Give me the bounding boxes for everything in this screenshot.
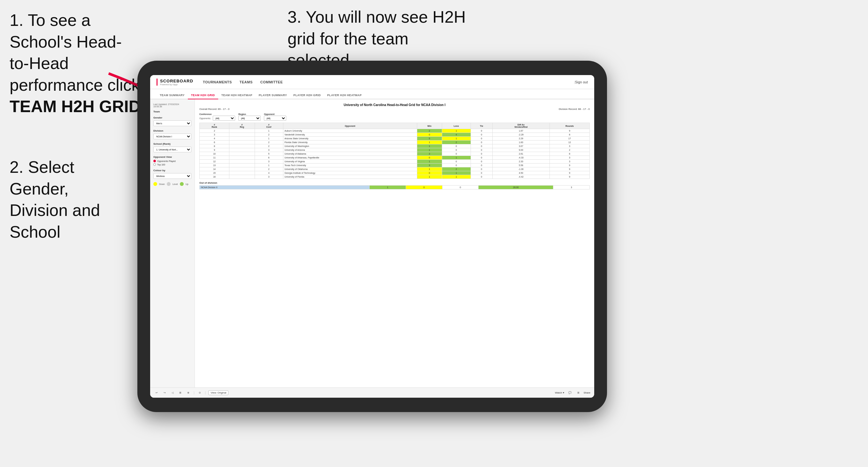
col-opponent: Opponent	[283, 123, 417, 129]
nav-teams[interactable]: TEAMS	[240, 79, 253, 85]
radio-top100[interactable]: Top 100	[153, 163, 191, 166]
table-row: 3 2 Vanderbilt University 0 4 0 -2.29 8	[200, 133, 590, 137]
division-label: Division	[153, 129, 191, 132]
grid-title: University of North Carolina Head-to-Hea…	[199, 103, 590, 107]
main-content: Last Updated: 27/03/2024 16:55:38 Team G…	[150, 99, 594, 387]
nav-items: TOURNAMENTS TEAMS COMMITTEE	[203, 79, 574, 85]
division-dropdown[interactable]: NCAA Division I NCAA Division II	[153, 133, 191, 139]
ood-tie: 0	[442, 186, 478, 189]
table-row: 12 3 University of Virginia 1 0 0 2.33 3	[200, 160, 590, 163]
tab-team-h2h-heatmap[interactable]: TEAM H2H HEATMAP	[218, 92, 255, 99]
col-rank: #Rank	[200, 123, 229, 129]
ood-rounds: 3	[553, 186, 590, 189]
bottom-toolbar: ↩ ↪ ◁ ⊞ ⊕ | ⊙ | View: Original Watch ▾ 💬…	[150, 387, 594, 398]
gender-section: Gender Men's Women's	[153, 116, 191, 126]
gender-dropdown[interactable]: Men's Women's	[153, 120, 191, 126]
toolbar-sep2: |	[205, 391, 206, 395]
annotation-step1-bold: TEAM H2H GRID	[9, 97, 141, 116]
tab-team-summary[interactable]: TEAM SUMMARY	[157, 92, 188, 99]
toolbar-clock[interactable]: ⊙	[197, 391, 203, 395]
data-table: #Rank #Reg #Conf Opponent Win Loss Tie D…	[199, 123, 590, 179]
filter-opponents-select[interactable]: (All)	[213, 116, 235, 121]
col-win: Win	[417, 123, 442, 129]
gender-label: Gender	[153, 116, 191, 119]
out-of-division-label: Out of division	[199, 181, 590, 184]
toolbar-add[interactable]: ⊕	[186, 391, 191, 395]
annotation-step1-line1: 1. To see a School's Head-	[9, 11, 122, 51]
radio-dot-opponents	[153, 160, 156, 162]
table-row: 9 3 University of Arizona 1 0 0 9.00 2	[200, 148, 590, 152]
col-loss: Loss	[442, 123, 471, 129]
filter-conference-group: Conference Opponents: (All)	[199, 113, 235, 121]
toolbar-watch-button[interactable]: Watch ▾	[555, 391, 564, 394]
col-rounds: Rounds	[550, 123, 589, 129]
opponent-view-section: Opponent View Opponents Played Top 100	[153, 156, 191, 166]
toolbar-grid[interactable]: ⊞	[576, 391, 581, 395]
annotation-step1: 1. To see a School's Head- to-Head perfo…	[9, 9, 150, 118]
tab-player-h2h-grid[interactable]: PLAYER H2H GRID	[290, 92, 324, 99]
filter-opponent-select[interactable]: (All)	[264, 116, 286, 121]
out-of-division-row: NCAA Division II 1 0 0 26.00 3	[200, 186, 590, 189]
col-diff: Diff AvStrokes/Rnd	[492, 123, 550, 129]
timestamp: Last Updated: 27/03/2024 16:55:38	[153, 103, 191, 107]
toolbar-copy[interactable]: ⊞	[178, 391, 183, 395]
grid-panel: University of North Carolina Head-to-Hea…	[195, 99, 594, 387]
annotation-step2-line2: Division and	[9, 201, 100, 219]
filter-region-select[interactable]: (All)	[238, 116, 261, 121]
down-colour	[153, 182, 157, 186]
table-row: 2 1 Auburn University 2 1 0 1.67 9	[200, 129, 590, 133]
ood-win: 1	[370, 186, 406, 189]
annotation-step2-line3: School	[9, 223, 60, 241]
toolbar-back[interactable]: ◁	[170, 391, 175, 395]
tab-player-h2h-heatmap[interactable]: PLAYER H2H HEATMAP	[324, 92, 365, 99]
annotation-step1-line2: to-Head performance click	[9, 54, 140, 94]
team-label: Team	[153, 110, 191, 113]
table-row: 6 2 Florida State University 1 2 0 1.83 …	[200, 141, 590, 145]
logo-area: SCOREBOARD Powered by clippi	[157, 79, 193, 86]
toolbar-right: Watch ▾ 💬 ⊞ Share	[555, 391, 590, 395]
table-row: 8 2 University of Washington 1 0 0 3.67 …	[200, 145, 590, 148]
school-dropdown[interactable]: 1. University of Nort...	[153, 147, 191, 152]
team-section: Team	[153, 110, 191, 113]
table-row: 10 5 University of Alabama 3 0 0 2.61 8	[200, 152, 590, 156]
logo-text: SCOREBOARD	[160, 79, 193, 83]
toolbar-undo[interactable]: ↩	[154, 391, 159, 395]
table-row: 4 1 Arizona State University 5 1 0 2.29 …	[200, 137, 590, 141]
colour-dropdown[interactable]: Win/loss	[153, 173, 191, 179]
sign-out-button[interactable]: Sign out	[575, 80, 588, 84]
col-conf: #Conf	[255, 123, 283, 129]
toolbar-comment[interactable]: 💬	[567, 391, 573, 395]
left-panel: Last Updated: 27/03/2024 16:55:38 Team G…	[150, 99, 195, 387]
sub-nav: TEAM SUMMARY TEAM H2H GRID TEAM H2H HEAT…	[150, 89, 594, 99]
table-row: 11 6 University of Arkansas, Fayettevill…	[200, 156, 590, 160]
toolbar-redo[interactable]: ↪	[162, 391, 167, 395]
annotation-step2-line1: 2. Select Gender,	[9, 158, 74, 198]
logo-sub: Powered by clippi	[160, 83, 193, 86]
colour-legend: Down Level Up	[153, 182, 191, 186]
overall-record: Overall Record: 89 - 17 - 0	[199, 107, 229, 111]
tab-team-h2h-grid[interactable]: TEAM H2H GRID	[188, 92, 218, 99]
grid-records: Overall Record: 89 - 17 - 0 Division Rec…	[199, 107, 590, 111]
ood-loss: 0	[406, 186, 442, 189]
col-reg: #Reg	[229, 123, 255, 129]
toolbar-share-button[interactable]: Share	[584, 391, 590, 394]
filter-opponents-label: Opponents:	[199, 117, 211, 120]
filter-region-label: Region	[238, 113, 261, 115]
division-section: Division NCAA Division I NCAA Division I…	[153, 129, 191, 139]
table-row: 16 3 University of Florida 1 1 0 -4.42 9	[200, 175, 590, 179]
annotation-step3-line1: 3. You will now see H2H	[287, 8, 466, 26]
app-header: SCOREBOARD Powered by clippi TOURNAMENTS…	[150, 75, 594, 89]
radio-opponents-played[interactable]: Opponents Played	[153, 160, 191, 162]
nav-committee[interactable]: COMMITTEE	[260, 79, 283, 85]
level-colour	[167, 182, 170, 186]
opponent-view-label: Opponent View	[153, 156, 191, 158]
ood-diff: 26.00	[478, 186, 553, 189]
tab-player-summary[interactable]: PLAYER SUMMARY	[255, 92, 290, 99]
nav-tournaments[interactable]: TOURNAMENTS	[203, 79, 232, 85]
logo-bar	[157, 79, 157, 86]
colour-label: Colour by	[153, 169, 191, 172]
toolbar-view-button[interactable]: View: Original	[208, 390, 228, 395]
filter-row: Conference Opponents: (All) Region (	[199, 113, 590, 121]
division-record: Division Record: 88 - 17 - 0	[559, 107, 590, 111]
out-of-division: Out of division NCAA Division II 1 0 0 2…	[199, 181, 590, 189]
